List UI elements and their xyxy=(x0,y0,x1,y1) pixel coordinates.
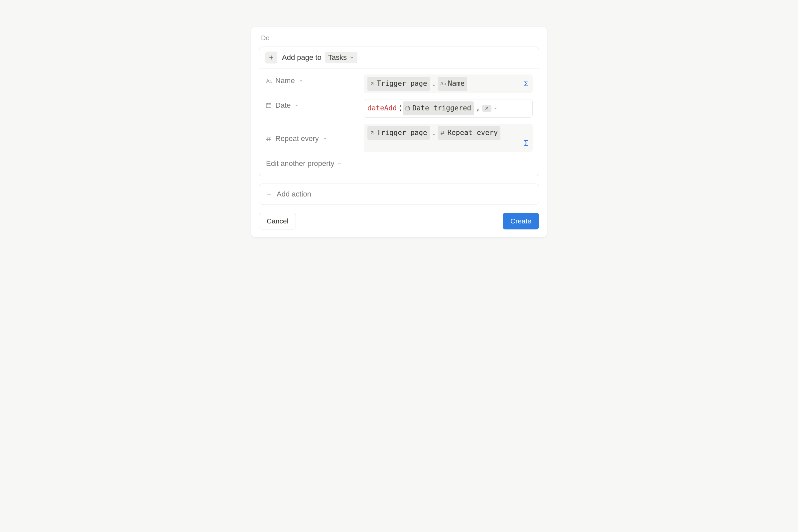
database-name: Tasks xyxy=(328,53,347,62)
formula-icon[interactable]: Σ xyxy=(524,77,528,91)
property-row-repeat: Repeat every Trigger page . Repeat every… xyxy=(265,124,533,152)
token-trigger-page: Trigger page xyxy=(367,77,430,91)
chevron-down-icon xyxy=(299,79,303,83)
hash-icon xyxy=(265,135,272,142)
hash-icon xyxy=(440,130,445,135)
property-picker-repeat[interactable]: Repeat every xyxy=(265,132,358,143)
property-picker-name[interactable]: Name xyxy=(265,75,358,85)
svg-line-19 xyxy=(441,131,442,135)
dialog-footer: Cancel Create xyxy=(259,213,539,229)
svg-line-15 xyxy=(269,137,270,141)
arrow-up-right-icon xyxy=(484,106,490,111)
arrow-up-right-icon xyxy=(369,81,375,87)
action-card: Add page to Tasks Name xyxy=(259,46,539,176)
property-value-name[interactable]: Trigger page . Aa Name Σ xyxy=(364,75,533,93)
automation-do-panel: Do Add page to Tasks xyxy=(251,26,547,238)
property-value-date[interactable]: dateAdd( Date triggered , xyxy=(364,99,533,118)
property-rows: Name Trigger page . Aa Name Σ xyxy=(259,69,539,176)
chevron-down-icon[interactable] xyxy=(493,107,497,110)
token-date-triggered: Date triggered xyxy=(403,101,474,115)
svg-line-2 xyxy=(371,83,374,85)
separator-dot: . xyxy=(431,77,438,90)
add-action-button[interactable]: Add action xyxy=(259,184,539,205)
separator-dot: . xyxy=(431,127,438,139)
svg-line-11 xyxy=(486,107,488,109)
token-name: Aa Name xyxy=(438,77,467,91)
plus-icon xyxy=(265,52,277,63)
svg-rect-3 xyxy=(266,103,271,108)
svg-line-20 xyxy=(443,131,444,135)
property-row-date: Date dateAdd( Date triggered , xyxy=(265,99,533,118)
arrow-up-right-icon xyxy=(369,130,375,135)
property-value-repeat[interactable]: Trigger page . Repeat every Σ xyxy=(364,124,533,152)
plus-icon xyxy=(266,191,272,197)
database-picker[interactable]: Tasks xyxy=(325,52,358,63)
token-trigger-page-compact xyxy=(482,105,491,112)
chevron-down-icon xyxy=(294,103,299,108)
create-button[interactable]: Create xyxy=(503,213,539,229)
property-label: Repeat every xyxy=(275,134,319,143)
property-label: Date xyxy=(275,101,291,110)
aa-icon: Aa xyxy=(440,79,446,88)
svg-rect-7 xyxy=(406,107,410,110)
svg-line-16 xyxy=(371,132,374,134)
property-picker-date[interactable]: Date xyxy=(265,99,358,110)
add-page-to-label: Add page to xyxy=(282,53,322,62)
do-section-label: Do xyxy=(261,34,539,42)
chevron-down-icon xyxy=(323,137,327,141)
text-icon xyxy=(265,77,272,84)
token-trigger-page: Trigger page xyxy=(367,126,430,140)
chevron-down-icon xyxy=(349,55,354,60)
property-label: Name xyxy=(275,76,295,85)
chevron-down-icon xyxy=(338,162,341,166)
formula-fn-name: dateAdd xyxy=(367,102,397,115)
svg-line-14 xyxy=(267,137,268,141)
calendar-icon xyxy=(265,102,272,109)
calendar-icon xyxy=(405,106,410,111)
edit-another-property-button[interactable]: Edit another property xyxy=(265,158,342,170)
formula-icon[interactable]: Σ xyxy=(524,137,528,150)
action-header[interactable]: Add page to Tasks xyxy=(259,47,539,69)
separator-comma: , xyxy=(474,102,481,115)
token-repeat-every: Repeat every xyxy=(438,126,500,140)
property-row-name: Name Trigger page . Aa Name Σ xyxy=(265,75,533,93)
cancel-button[interactable]: Cancel xyxy=(259,213,296,229)
